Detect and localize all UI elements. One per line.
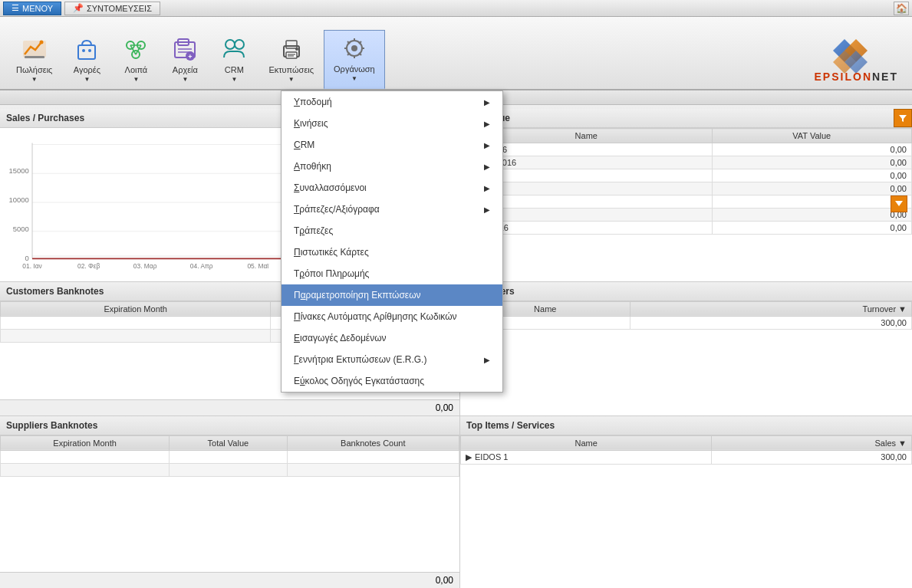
home-icon: 🏠 (896, 3, 907, 14)
svg-point-18 (226, 40, 235, 49)
sb-exp-col: Expiration Month (1, 435, 170, 450)
ti-sales-col: Sales ▼ (712, 435, 912, 450)
submenu-arrow: ▶ (484, 98, 490, 107)
table-row: άριος 20160,00 (461, 143, 912, 156)
svg-point-27 (351, 45, 357, 51)
table-row (1, 450, 459, 463)
table-row: ▶EIDOS 1300,00 (461, 450, 912, 464)
svg-text:0: 0 (25, 253, 29, 261)
menu-button[interactable]: ☰ ΜΕΝΟΥ (3, 2, 61, 15)
menu-item-5[interactable]: Τράπεζες/Αξιόγραφα▶ (282, 199, 502, 220)
svg-text:03. Μαρ: 03. Μαρ (133, 262, 157, 270)
svg-text:02. Φεβ: 02. Φεβ (77, 262, 100, 270)
vat-title: VAT Value (460, 109, 912, 128)
submenu-arrow: ▶ (484, 205, 490, 214)
top-bar: ☰ ΜΕΝΟΥ 📌 ΣΥΝΤΟΜΕΥΣΕΙΣ 🏠 (0, 0, 912, 17)
svg-point-1 (39, 41, 43, 44)
submenu-arrow: ▶ (484, 184, 490, 192)
menu-item-0[interactable]: Υποδομή▶ (282, 91, 502, 113)
menu-item-3[interactable]: Αποθήκη▶ (282, 156, 502, 177)
menu-item-10[interactable]: Πίνακες Αυτόματης Αρίθμησης Κωδικών (282, 306, 502, 327)
menu-item-1[interactable]: Κινήσεις▶ (282, 113, 502, 134)
vat-value-col: VAT Value (712, 129, 911, 143)
shortcuts-button[interactable]: 📌 ΣΥΝΤΟΜΕΥΣΕΙΣ (64, 2, 160, 15)
toolbar-item-print[interactable]: Εκτυπώσεις ▼ (258, 31, 324, 89)
submenu-arrow: ▶ (484, 141, 490, 149)
toolbar-item-organize[interactable]: Οργάνωση ▼ (324, 30, 385, 89)
cb-footer: 0,00 (0, 399, 459, 416)
toolbar-item-crm[interactable]: CRM ▼ (209, 31, 258, 89)
svg-line-9 (130, 45, 136, 54)
table-row: ος 20160,00 (461, 209, 912, 222)
svg-text:10000: 10000 (9, 195, 29, 204)
svg-text:15000: 15000 (9, 166, 29, 175)
menu-item-11[interactable]: Εισαγωγές Δεδομένων (282, 327, 502, 349)
menu-item-13[interactable]: Εύκολος Οδηγός Εγκατάστασης (282, 370, 502, 392)
menu-item-6[interactable]: Τράπεζες (282, 220, 502, 241)
cb-exp-col: Expiration Month (1, 301, 271, 316)
svg-text:01. Ιαν: 01. Ιαν (22, 262, 41, 270)
svg-point-19 (235, 40, 244, 49)
toolbar-item-sales[interactable]: Πωλήσεις ▼ (6, 31, 62, 89)
table-row (1, 463, 459, 476)
svg-point-5 (88, 49, 91, 52)
svg-line-10 (136, 45, 141, 54)
home-button[interactable]: 🏠 (894, 2, 909, 15)
sb-count-col: Banknotes Count (287, 435, 459, 450)
svg-rect-2 (25, 56, 44, 58)
sales-icon (20, 34, 49, 64)
menu-item-8[interactable]: Τρόποι Πληρωμής (282, 263, 502, 284)
ti-name-col: Name (461, 435, 712, 450)
svg-rect-22 (286, 52, 297, 58)
vat-section: VAT Value Name VAT Value άριος 20160,00ο… (460, 109, 912, 281)
tc-turn-col: Turnover ▼ (630, 301, 911, 316)
submenu-arrow: ▶ (484, 163, 490, 171)
top-items-section: Top Items / Services Name Sales ▼ ▶EIDOS… (460, 416, 912, 589)
misc-icon (121, 34, 150, 64)
toolbar-item-files[interactable]: + Αρχεία ▼ (160, 31, 209, 89)
svg-rect-21 (286, 41, 297, 48)
top-items-title: Top Items / Services (460, 416, 912, 435)
svg-rect-3 (78, 45, 95, 59)
menu-item-2[interactable]: CRM▶ (282, 134, 502, 156)
menu-item-9[interactable]: Παραμετροποίηση Εκπτώσεων (282, 284, 502, 306)
table-row: ουάριος 20160,00 (461, 156, 912, 169)
orange-indicator[interactable] (891, 195, 907, 212)
svg-text:+: + (189, 53, 193, 61)
svg-point-4 (82, 49, 85, 52)
table-row: ΤΗΣ300,00 (461, 316, 912, 329)
organize-icon (340, 34, 369, 63)
table-row: υστος 20160,00 (461, 222, 912, 235)
purchases-icon (72, 34, 101, 64)
svg-text:04. Απρ: 04. Απρ (190, 262, 213, 270)
menu-item-7[interactable]: Πιστωτικές Κάρτες (282, 241, 502, 263)
sb-total-col: Total Value (170, 435, 287, 450)
sb-footer: 0,00 (0, 572, 459, 588)
crm-icon (219, 34, 249, 64)
svg-text:05. Μαϊ: 05. Μαϊ (247, 262, 269, 270)
toolbar-item-purchases[interactable]: Αγορές ▼ (62, 31, 111, 89)
top-cust-title: Customers (460, 282, 912, 301)
menu-item-4[interactable]: Συναλλασσόμενοι▶ (282, 177, 502, 199)
menu-icon: ☰ (12, 3, 19, 13)
top-cust-section: Customers Name Turnover ▼ ΤΗΣ300,00 (460, 282, 912, 416)
svg-text:5000: 5000 (13, 225, 29, 233)
table-row: ς 20160,00 (461, 195, 912, 209)
toolbar: Πωλήσεις ▼ Αγορές ▼ Λοιπά (0, 17, 912, 90)
expand-icon[interactable]: ▶ (466, 452, 472, 462)
submenu-arrow: ▶ (484, 356, 490, 364)
pin-icon: 📌 (73, 3, 84, 13)
print-icon (277, 34, 306, 64)
table-row: ος 20160,00 (461, 169, 912, 182)
svg-point-25 (295, 48, 298, 51)
files-icon: + (170, 34, 199, 64)
table-row: ος 20160,00 (461, 182, 912, 195)
submenu-arrow: ▶ (484, 120, 490, 128)
menu-item-12[interactable]: Γεννήτρια Εκτυπώσεων (E.R.G.)▶ (282, 349, 502, 370)
sup-banknotes-title: Suppliers Banknotes (0, 416, 459, 435)
orange-filter-btn[interactable] (894, 109, 912, 127)
logo-area: EPSILONNET (815, 35, 906, 89)
dropdown-menu: Υποδομή▶Κινήσεις▶CRM▶Αποθήκη▶Συναλλασσόμ… (281, 90, 503, 393)
sup-banknotes-section: Suppliers Banknotes Expiration Month Tot… (0, 416, 460, 589)
toolbar-item-misc[interactable]: Λοιπά ▼ (111, 31, 160, 89)
